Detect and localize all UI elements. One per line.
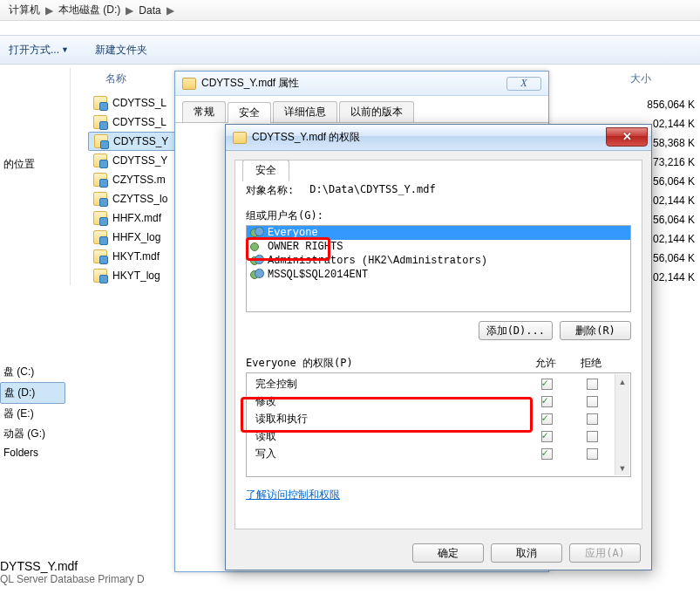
close-button[interactable]: X bbox=[506, 77, 541, 91]
window-titlebar[interactable]: CDYTSS_Y.mdf 属性 X bbox=[175, 72, 548, 96]
ok-button[interactable]: 确定 bbox=[412, 543, 484, 563]
deny-checkbox[interactable] bbox=[587, 379, 598, 390]
dialog-body: 安全 对象名称: D:\Data\CDYTSS_Y.mdf 组或用户名(G): … bbox=[234, 160, 642, 529]
user-row[interactable]: MSSQL$SQL2014ENT bbox=[247, 268, 630, 282]
users-icon bbox=[250, 255, 264, 267]
window-title: CDYTSS_Y.mdf 属性 bbox=[201, 76, 299, 91]
user-row[interactable]: Everyone bbox=[247, 226, 630, 240]
permissions-dialog: CDYTSS_Y.mdf 的权限 ✕ 安全 对象名称: D:\Data\CDYT… bbox=[225, 124, 652, 570]
nav-item[interactable]: 动器 (G:) bbox=[0, 424, 65, 444]
nav-item[interactable]: 盘 (C:) bbox=[0, 362, 65, 382]
nav-tree[interactable]: 盘 (C:) 盘 (D:) 器 (E:) 动器 (G:) Folders bbox=[0, 362, 65, 461]
dialog-titlebar[interactable]: CDYTSS_Y.mdf 的权限 ✕ bbox=[226, 125, 651, 151]
deny-checkbox[interactable] bbox=[587, 396, 598, 407]
tab-details[interactable]: 详细信息 bbox=[273, 101, 337, 122]
tabs: 常规 安全 详细信息 以前的版本 bbox=[175, 96, 548, 123]
users-icon bbox=[250, 269, 264, 281]
nav-item[interactable]: 器 (E:) bbox=[0, 404, 65, 424]
deny-checkbox[interactable] bbox=[587, 448, 598, 460]
file-name: HKYT.mdf bbox=[112, 250, 160, 263]
user-row[interactable]: Administrators (HK2\Administrators) bbox=[247, 254, 630, 268]
nav-item[interactable]: 的位置 bbox=[3, 157, 35, 172]
deny-checkbox[interactable] bbox=[587, 431, 598, 442]
deny-checkbox[interactable] bbox=[587, 413, 598, 425]
scroll-down-icon[interactable]: ▼ bbox=[615, 461, 629, 475]
permission-row: 读取和执行 bbox=[247, 410, 630, 427]
file-name: CDYTSS_Y bbox=[112, 154, 167, 167]
database-file-icon bbox=[93, 173, 107, 187]
allow-checkbox[interactable] bbox=[541, 396, 553, 407]
new-folder-button[interactable]: 新建文件夹 bbox=[95, 43, 147, 58]
permission-name: 读取 bbox=[250, 429, 524, 444]
database-file-icon bbox=[93, 192, 107, 206]
permission-name: 读取和执行 bbox=[250, 412, 524, 427]
new-folder-label: 新建文件夹 bbox=[95, 43, 147, 58]
nav-item[interactable]: Folders bbox=[0, 444, 65, 461]
file-name: CZYTSS_lo bbox=[112, 193, 167, 205]
user-list[interactable]: EveryoneOWNER RIGHTSAdministrators (HK2\… bbox=[246, 225, 631, 312]
add-button[interactable]: 添加(D)... bbox=[479, 321, 553, 340]
breadcrumb-item[interactable]: 计算机 bbox=[9, 3, 40, 17]
allow-checkbox[interactable] bbox=[541, 413, 553, 425]
permissions-for-label: Everyone 的权限(P) bbox=[246, 356, 523, 371]
deny-header: 拒绝 bbox=[568, 356, 614, 371]
tab-security[interactable]: 安全 bbox=[228, 102, 271, 123]
remove-button[interactable]: 删除(R) bbox=[560, 321, 631, 340]
users-icon bbox=[250, 241, 264, 253]
breadcrumb-item[interactable]: 本地磁盘 (D:) bbox=[58, 3, 120, 17]
users-icon bbox=[250, 227, 264, 239]
column-header-size[interactable]: 大小 bbox=[622, 68, 700, 93]
user-name: Administrators (HK2\Administrators) bbox=[268, 255, 487, 267]
allow-checkbox[interactable] bbox=[541, 448, 553, 460]
allow-checkbox[interactable] bbox=[541, 431, 553, 442]
database-file-icon bbox=[93, 154, 107, 167]
user-name: MSSQL$SQL2014ENT bbox=[268, 269, 368, 281]
folder-icon bbox=[182, 78, 196, 90]
database-file-icon bbox=[93, 249, 107, 263]
open-with-button[interactable]: 打开方式... ▼ bbox=[9, 43, 69, 58]
database-file-icon bbox=[93, 269, 107, 283]
scrollbar[interactable]: ▲ ▼ bbox=[615, 374, 629, 475]
file-name: HKYT_log bbox=[112, 270, 160, 282]
permission-row: 修改 bbox=[247, 393, 630, 410]
chevron-right-icon: ▶ bbox=[126, 4, 133, 17]
file-name: HHFX.mdf bbox=[112, 212, 161, 224]
permission-name: 写入 bbox=[250, 447, 524, 461]
allow-checkbox[interactable] bbox=[541, 379, 553, 390]
file-name: CDYTSS_L bbox=[112, 97, 167, 109]
dialog-title: CDYTSS_Y.mdf 的权限 bbox=[252, 130, 360, 145]
preview-pane: DYTSS_Y.mdf QL Server Database Primary D bbox=[0, 559, 145, 585]
group-users-label: 组或用户名(G): bbox=[246, 208, 631, 223]
close-button[interactable]: ✕ bbox=[606, 127, 648, 147]
database-file-icon bbox=[93, 115, 107, 129]
user-row[interactable]: OWNER RIGHTS bbox=[247, 240, 630, 254]
database-file-icon bbox=[93, 211, 107, 225]
scroll-up-icon[interactable]: ▲ bbox=[615, 374, 629, 389]
preview-filename: DYTSS_Y.mdf bbox=[0, 559, 145, 573]
allow-header: 允许 bbox=[523, 356, 568, 371]
learn-link[interactable]: 了解访问控制和权限 bbox=[246, 488, 340, 502]
permission-row: 完全控制 bbox=[247, 375, 630, 393]
permission-name: 修改 bbox=[250, 394, 524, 409]
tab-security[interactable]: 安全 bbox=[242, 160, 289, 181]
user-name: OWNER RIGHTS bbox=[268, 241, 343, 253]
object-path: D:\Data\CDYTSS_Y.mdf bbox=[309, 183, 436, 198]
permission-name: 完全控制 bbox=[250, 377, 524, 392]
apply-button[interactable]: 应用(A) bbox=[569, 543, 641, 563]
tab-general[interactable]: 常规 bbox=[182, 101, 226, 122]
nav-item[interactable]: 盘 (D:) bbox=[0, 382, 65, 404]
database-file-icon bbox=[93, 230, 107, 244]
breadcrumb[interactable]: 计算机 ▶ 本地磁盘 (D:) ▶ Data ▶ bbox=[0, 0, 700, 21]
database-file-icon bbox=[93, 96, 107, 110]
chevron-right-icon: ▶ bbox=[167, 4, 174, 17]
permission-row: 读取 bbox=[247, 427, 630, 445]
cancel-button[interactable]: 取消 bbox=[491, 543, 562, 563]
object-name-label: 对象名称: bbox=[246, 183, 294, 198]
permissions-grid[interactable]: 完全控制修改读取和执行读取写入 ▲ ▼ bbox=[246, 372, 631, 477]
folder-icon bbox=[233, 132, 247, 144]
chevron-down-icon: ▼ bbox=[61, 45, 69, 54]
tab-previous-versions[interactable]: 以前的版本 bbox=[339, 101, 414, 122]
file-name: HHFX_log bbox=[112, 231, 160, 243]
breadcrumb-item[interactable]: Data bbox=[139, 4, 160, 17]
file-name: CDYTSS_L bbox=[112, 116, 167, 128]
